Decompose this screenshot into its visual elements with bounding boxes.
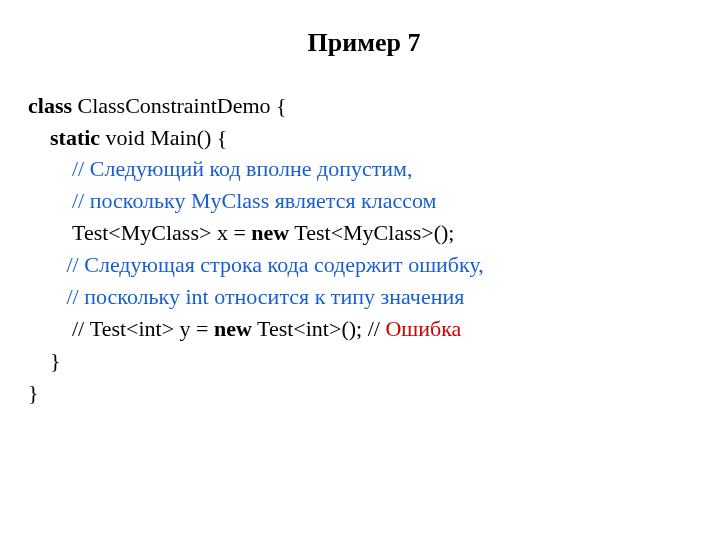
code-line-9: } <box>28 348 61 373</box>
slide-title: Пример 7 <box>28 24 700 62</box>
code-block: class ClassConstraintDemo { static void … <box>28 90 700 409</box>
code-line-4: // поскольку MyClass является классом <box>28 188 437 213</box>
comment: // Следующий код вполне допустим, <box>72 156 413 181</box>
comment: // поскольку int относится к типу значен… <box>67 284 465 309</box>
code-line-3: // Следующий код вполне допустим, <box>28 156 413 181</box>
code-text: // Test<int> y = <box>67 316 215 341</box>
code-line-7: // поскольку int относится к типу значен… <box>28 284 464 309</box>
error-text: Ошибка <box>385 316 461 341</box>
code-text: ClassConstraintDemo { <box>72 93 287 118</box>
code-text: Test<MyClass> x = <box>67 220 252 245</box>
code-line-5: Test<MyClass> x = new Test<MyClass>(); <box>28 220 454 245</box>
code-line-1: class ClassConstraintDemo { <box>28 93 287 118</box>
code-line-2: static void Main() { <box>28 125 227 150</box>
keyword-new: new <box>251 220 289 245</box>
code-text: void Main() { <box>100 125 227 150</box>
comment: // поскольку MyClass является классом <box>72 188 437 213</box>
code-line-8: // Test<int> y = new Test<int>(); // Оши… <box>28 316 461 341</box>
keyword-new: new <box>214 316 252 341</box>
comment: // Следующая строка кода содержит ошибку… <box>67 252 484 277</box>
code-text: Test<int>(); // <box>252 316 385 341</box>
keyword-static: static <box>50 125 100 150</box>
code-line-10: } <box>28 380 39 405</box>
slide: Пример 7 class ClassConstraintDemo { sta… <box>0 0 720 540</box>
keyword-class: class <box>28 93 72 118</box>
code-line-6: // Следующая строка кода содержит ошибку… <box>28 252 484 277</box>
code-text: Test<MyClass>(); <box>289 220 454 245</box>
